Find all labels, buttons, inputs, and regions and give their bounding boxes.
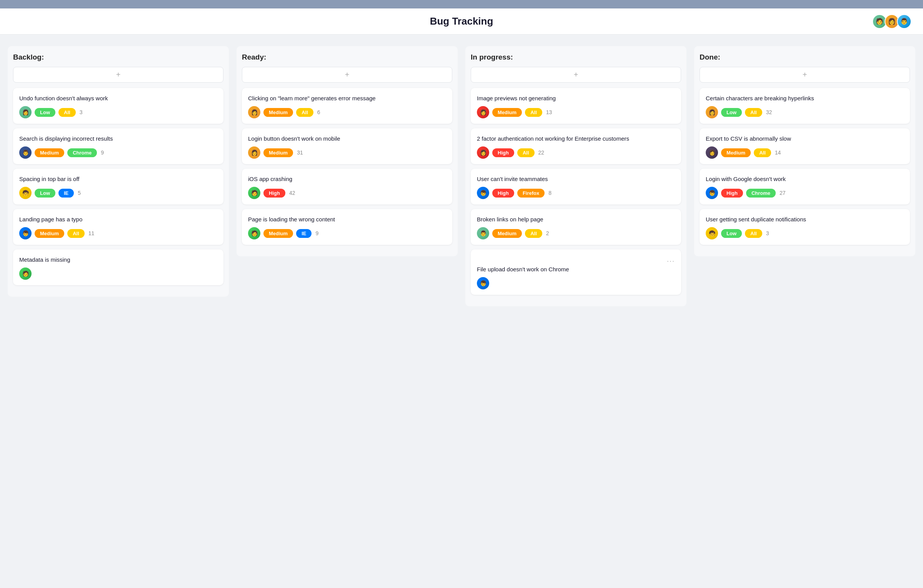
add-card-button-done[interactable]: + xyxy=(700,67,910,83)
add-card-button-ready[interactable]: + xyxy=(242,67,452,83)
avatar: 🧑 xyxy=(248,227,260,239)
column-backlog: Backlog:+Undo function doesn't always wo… xyxy=(8,46,229,297)
list-item[interactable]: Spacing in top bar is off🧒LowIE5 xyxy=(13,169,223,204)
priority-badge: High xyxy=(721,189,743,198)
card-footer: 👨MediumAll2 xyxy=(477,227,675,239)
card-count: 5 xyxy=(78,190,81,196)
avatar-3[interactable]: 👨 xyxy=(897,14,911,29)
platform-badge: All xyxy=(58,108,76,117)
card-title: Login with Google doesn't work xyxy=(706,175,904,183)
card-footer: 🧑MediumIE9 xyxy=(248,227,446,239)
card-title: Metadata is missing xyxy=(19,256,217,264)
list-item[interactable]: User getting sent duplicate notification… xyxy=(700,209,910,245)
add-card-button-backlog[interactable]: + xyxy=(13,67,223,83)
list-item[interactable]: Image previews not generating👩MediumAll1… xyxy=(471,88,681,124)
priority-badge: Medium xyxy=(263,148,293,157)
card-dots[interactable]: ... xyxy=(477,256,675,264)
card-footer: 👨MediumChrome9 xyxy=(19,146,217,159)
card-footer: 🧑High42 xyxy=(248,187,446,199)
list-item[interactable]: Export to CSV is abnormally slow👩MediumA… xyxy=(700,128,910,164)
card-title: User getting sent duplicate notification… xyxy=(706,215,904,223)
avatar: 👩 xyxy=(248,146,260,159)
list-item[interactable]: iOS app crashing🧑High42 xyxy=(242,169,452,204)
priority-badge: Low xyxy=(35,189,55,198)
card-title: Landing page has a typo xyxy=(19,215,217,223)
card-title: Image previews not generating xyxy=(477,94,675,102)
list-item[interactable]: Login with Google doesn't work👦HighChrom… xyxy=(700,169,910,204)
avatar: 🧑 xyxy=(248,187,260,199)
platform-badge: All xyxy=(745,229,762,238)
avatar: 👩 xyxy=(19,106,32,118)
card-title: File upload doesn't work on Chrome xyxy=(477,265,675,273)
priority-badge: Medium xyxy=(35,148,64,157)
card-footer: 🧒LowAll3 xyxy=(706,227,904,239)
card-footer: 👩LowAll3 xyxy=(19,106,217,118)
avatar: 👦 xyxy=(477,187,489,199)
avatar: 👩 xyxy=(477,106,489,118)
avatar: 👩 xyxy=(248,106,260,118)
card-title: Login button doesn't work on mobile xyxy=(248,135,446,143)
list-item[interactable]: Login button doesn't work on mobile👩Medi… xyxy=(242,128,452,164)
avatar: 👨 xyxy=(19,146,32,159)
card-footer: 👩MediumAll13 xyxy=(477,106,675,118)
list-item[interactable]: Search is displaying incorrect results👨M… xyxy=(13,128,223,164)
list-item[interactable]: Certain characters are breaking hyperlin… xyxy=(700,88,910,124)
card-title: Clicking on "learn more" generates error… xyxy=(248,94,446,102)
avatar: 👦 xyxy=(477,277,489,289)
platform-badge: IE xyxy=(296,229,312,238)
add-card-button-inprogress[interactable]: + xyxy=(471,67,681,83)
card-count: 13 xyxy=(546,109,552,115)
card-footer: 👦HighChrome27 xyxy=(706,187,904,199)
priority-badge: High xyxy=(263,189,285,198)
card-count: 2 xyxy=(546,230,549,236)
card-title: Certain characters are breaking hyperlin… xyxy=(706,94,904,102)
list-item[interactable]: Metadata is missing🧑 xyxy=(13,249,223,285)
card-footer: 🧑 xyxy=(19,267,217,280)
card-title: 2 factor authentication not working for … xyxy=(477,135,675,143)
platform-badge: All xyxy=(517,148,535,157)
card-footer: 👩MediumAll14 xyxy=(706,146,904,159)
card-count: 9 xyxy=(315,230,318,236)
priority-badge: Medium xyxy=(263,108,293,117)
avatar: 🧑 xyxy=(19,267,32,280)
list-item[interactable]: ...File upload doesn't work on Chrome👦 xyxy=(471,249,681,295)
list-item[interactable]: Clicking on "learn more" generates error… xyxy=(242,88,452,124)
header-avatars: 🧑 👩 👨 xyxy=(872,14,911,29)
avatar: 🧒 xyxy=(706,227,718,239)
priority-badge: Low xyxy=(721,229,742,238)
list-item[interactable]: Undo function doesn't always work👩LowAll… xyxy=(13,88,223,124)
card-count: 31 xyxy=(297,149,303,156)
priority-badge: Medium xyxy=(492,108,522,117)
priority-badge: High xyxy=(492,189,514,198)
column-done: Done:+Certain characters are breaking hy… xyxy=(694,46,915,256)
priority-badge: Low xyxy=(35,108,55,117)
card-count: 3 xyxy=(80,109,83,115)
card-footer: 👦MediumAll11 xyxy=(19,227,217,239)
platform-badge: Firefox xyxy=(517,189,545,198)
list-item[interactable]: Landing page has a typo👦MediumAll11 xyxy=(13,209,223,245)
priority-badge: Medium xyxy=(35,229,64,238)
platform-badge: All xyxy=(745,108,762,117)
card-count: 32 xyxy=(766,109,772,115)
column-ready: Ready:+Clicking on "learn more" generate… xyxy=(237,46,458,256)
list-item[interactable]: 2 factor authentication not working for … xyxy=(471,128,681,164)
card-title: Spacing in top bar is off xyxy=(19,175,217,183)
list-item[interactable]: User can't invite teammates👦HighFirefox8 xyxy=(471,169,681,204)
top-bar xyxy=(0,0,923,8)
priority-badge: High xyxy=(492,148,514,157)
list-item[interactable]: Page is loading the wrong content🧑Medium… xyxy=(242,209,452,245)
column-inprogress: In progress:+Image previews not generati… xyxy=(465,46,686,306)
platform-badge: All xyxy=(754,148,771,157)
avatar: 👨 xyxy=(477,227,489,239)
avatar: 👩 xyxy=(706,106,718,118)
column-title-backlog: Backlog: xyxy=(13,53,223,61)
platform-badge: All xyxy=(525,229,542,238)
column-title-ready: Ready: xyxy=(242,53,452,61)
card-footer: 👩Medium31 xyxy=(248,146,446,159)
avatar: 🧒 xyxy=(19,187,32,199)
priority-badge: Medium xyxy=(721,148,751,157)
card-count: 11 xyxy=(88,230,95,236)
priority-badge: Medium xyxy=(492,229,522,238)
avatar: 👦 xyxy=(706,187,718,199)
list-item[interactable]: Broken links on help page👨MediumAll2 xyxy=(471,209,681,245)
